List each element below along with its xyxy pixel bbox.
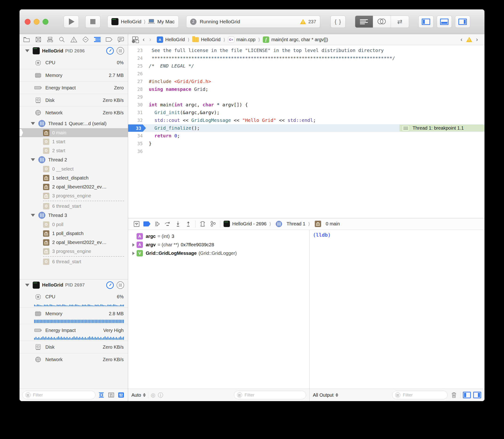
standard-editor-button[interactable] <box>355 16 373 27</box>
assistant-editor-button[interactable] <box>373 16 391 27</box>
stack-frame-row[interactable]: 3 progress_engine <box>20 247 128 256</box>
filter-flagged-toggle[interactable] <box>97 391 105 399</box>
scheme-selector[interactable]: HelloGrid ⟩ My Mac <box>107 15 179 28</box>
line-number[interactable]: 34 <box>128 132 146 140</box>
breakpoints-toggle-button[interactable] <box>142 220 152 228</box>
continue-button[interactable] <box>152 220 163 228</box>
toggle-console-view-button[interactable] <box>473 392 481 398</box>
variable-row[interactable]: A argv = (char **) 0x7ffee9039c28 <box>128 241 309 249</box>
navigator-filter-field[interactable] <box>22 391 95 399</box>
stat-row-memory[interactable]: Memory 2.8 MB <box>20 307 128 320</box>
code-line[interactable]: 32 std::cout << GridLogMessage << "Hello… <box>128 116 484 124</box>
code-line[interactable]: 33 Grid_finalize(); Thread 1: breakpoint… <box>128 124 484 132</box>
forward-button[interactable]: › <box>149 36 151 43</box>
stack-frame-row[interactable]: ⚙0 __select <box>20 164 128 173</box>
console-output-selector[interactable]: All Output <box>313 392 338 398</box>
line-number[interactable]: 29 <box>128 93 146 101</box>
stack-frame-row[interactable]: ⚙6 thread_start <box>20 257 128 266</box>
line-number[interactable]: 35 <box>128 140 146 147</box>
stat-row-cpu[interactable]: CPU 6% <box>20 291 128 303</box>
step-into-button[interactable] <box>173 220 183 228</box>
debug-breadcrumb-item[interactable]: HelloGrid - 2696 <box>222 221 267 227</box>
stop-button[interactable] <box>85 15 100 28</box>
navigator-filter-input[interactable] <box>33 392 92 398</box>
code-line[interactable]: 26 <box>128 70 484 78</box>
toggle-debug-area-button[interactable] <box>437 15 452 28</box>
line-number[interactable]: 25 <box>128 62 146 70</box>
filter-view-toggle[interactable] <box>117 391 125 399</box>
performance-gauge-icon[interactable] <box>106 281 114 289</box>
stack-frame-row[interactable]: 1 poll_dispatch <box>20 229 128 238</box>
stack-frame-row[interactable]: ⚙1 start <box>20 137 128 146</box>
debug-breadcrumb-item[interactable]: 0 main <box>313 221 340 227</box>
stack-frame-row[interactable]: ⚙0 poll <box>20 220 128 229</box>
variable-row[interactable]: A argc = (int) 3 <box>128 232 309 241</box>
code-line[interactable]: 23 See the full license in the file "LIC… <box>128 47 484 54</box>
line-number[interactable]: 36 <box>128 147 146 155</box>
toggle-variables-view-button[interactable] <box>463 392 471 398</box>
stack-frame-row[interactable]: 1 select_dispatch <box>20 173 128 182</box>
line-number[interactable]: 31 <box>128 109 146 116</box>
stat-row-memory[interactable]: Memory 2.7 MB <box>20 69 128 81</box>
disclosure-triangle-icon[interactable] <box>31 214 35 217</box>
disclosure-triangle-icon[interactable] <box>132 252 135 255</box>
line-number[interactable]: 32 <box>128 116 146 124</box>
view-debugger-button[interactable] <box>198 220 208 228</box>
disclosure-triangle-icon[interactable] <box>25 49 29 52</box>
line-number[interactable]: 28 <box>128 85 146 93</box>
performance-gauge-icon[interactable] <box>106 47 114 55</box>
stack-frame-row[interactable]: 2 opal_libevent2022_ev… <box>20 182 128 191</box>
clear-console-button[interactable] <box>450 391 458 399</box>
jumpbar-file[interactable]: main.cpp <box>236 37 256 42</box>
debug-breadcrumb-item[interactable]: Thread 1 <box>274 220 305 228</box>
stat-row-network[interactable]: Network Zero KB/s <box>20 353 128 366</box>
toggle-navigator-button[interactable] <box>418 15 434 28</box>
code-line[interactable]: 31 Grid_init(&argc,&argv); <box>128 109 484 116</box>
code-line[interactable]: 27#include <Grid/Grid.h> <box>128 78 484 85</box>
variables-filter-field[interactable] <box>234 391 306 399</box>
stack-frame-row[interactable]: ⚙6 thread_start <box>20 202 128 211</box>
code-line[interactable]: 24 *************************************… <box>128 54 484 62</box>
next-issue-button[interactable]: › <box>476 36 478 43</box>
annotation-menu-icon[interactable] <box>402 125 410 131</box>
filter-stack-toggle[interactable] <box>107 391 115 399</box>
stat-row-energy-impact[interactable]: Energy Impact Very High <box>20 324 128 336</box>
run-button[interactable] <box>64 15 79 28</box>
toggle-inspector-button[interactable] <box>455 15 470 28</box>
zoom-window-button[interactable] <box>43 19 48 25</box>
console-filter-field[interactable] <box>392 391 448 399</box>
navigator-tab-project[interactable] <box>22 36 31 44</box>
stat-row-cpu[interactable]: CPU 0% <box>20 56 128 69</box>
stat-row-network[interactable]: Network Zero KB/s <box>20 106 128 119</box>
stack-frame-row[interactable]: 0 main <box>20 128 128 137</box>
minimize-window-button[interactable] <box>34 19 39 25</box>
stat-row-disk[interactable]: Disk Zero KB/s <box>20 94 128 106</box>
thread-row[interactable]: Thread 2 <box>20 155 128 164</box>
hide-debug-area-button[interactable] <box>131 220 142 228</box>
stack-frame-row[interactable]: 2 opal_libevent2022_ev… <box>20 238 128 247</box>
jumpbar-folder[interactable]: HelloGrid <box>201 37 221 42</box>
code-line[interactable]: 35} <box>128 140 484 147</box>
quicklook-eye-icon[interactable]: ◎ <box>151 392 155 398</box>
navigator-tab-tests[interactable] <box>81 36 90 44</box>
line-number[interactable]: 26 <box>128 70 146 78</box>
navigator-tab-breakpoints[interactable] <box>104 36 114 44</box>
stat-row-disk[interactable]: Disk Zero KB/s <box>20 341 128 353</box>
breakpoint-annotation[interactable]: Thread 1: breakpoint 1.1 <box>399 125 484 132</box>
navigator-tab-find[interactable] <box>57 36 67 44</box>
disclosure-triangle-icon[interactable] <box>132 243 135 246</box>
warning-count[interactable]: 237 <box>308 19 316 24</box>
previous-issue-button[interactable]: ‹ <box>460 36 462 43</box>
code-line[interactable]: 25/* END LEGAL */ <box>128 62 484 70</box>
code-line[interactable]: 34 return 0; <box>128 132 484 140</box>
stat-row-energy-impact[interactable]: Energy Impact Zero <box>20 81 128 94</box>
activity-viewer[interactable]: 2 Running HelloGrid 237 <box>186 15 320 28</box>
navigator-tab-symbols[interactable] <box>45 36 55 44</box>
code-line[interactable]: 29 <box>128 93 484 101</box>
step-out-button[interactable] <box>183 220 193 228</box>
source-editor[interactable]: 23 See the full license in the file "LIC… <box>128 45 484 218</box>
disclosure-triangle-icon[interactable] <box>31 158 35 161</box>
process-header[interactable]: HelloGrid PID 2697 <box>20 279 128 291</box>
stack-frame-row[interactable]: ⚙2 start <box>20 146 128 155</box>
process-header[interactable]: HelloGrid PID 2696 <box>20 45 128 56</box>
